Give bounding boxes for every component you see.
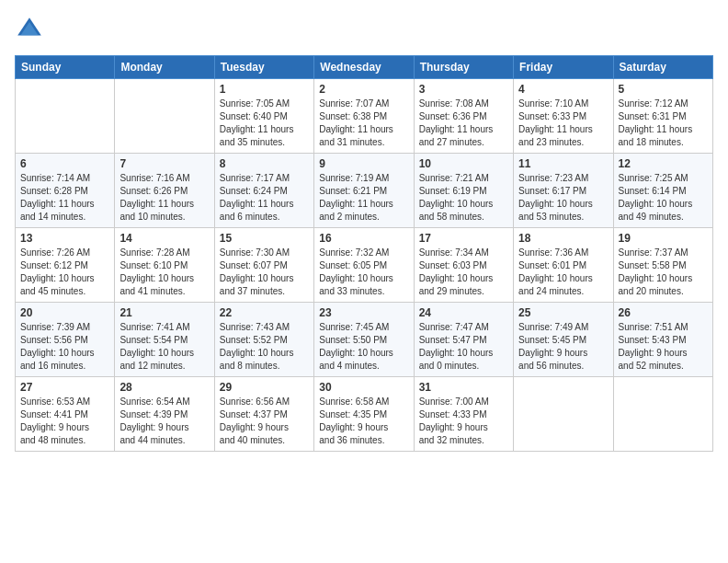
day-number: 12: [619, 157, 708, 170]
day-number: 10: [419, 157, 508, 170]
calendar-week-1: 1Sunrise: 7:05 AM Sunset: 6:40 PM Daylig…: [16, 79, 713, 154]
day-number: 25: [518, 306, 608, 319]
calendar-cell: 28Sunrise: 6:54 AM Sunset: 4:39 PM Dayli…: [115, 377, 214, 452]
day-number: 27: [20, 381, 109, 394]
cell-info: Sunrise: 7:28 AM Sunset: 6:10 PM Dayligh…: [119, 247, 209, 298]
calendar-cell: 1Sunrise: 7:05 AM Sunset: 6:40 PM Daylig…: [214, 79, 313, 154]
calendar-week-5: 27Sunrise: 6:53 AM Sunset: 4:41 PM Dayli…: [16, 377, 713, 452]
day-number: 19: [619, 232, 708, 245]
calendar-cell: [613, 377, 712, 452]
calendar-header-row: SundayMondayTuesdayWednesdayThursdayFrid…: [16, 56, 713, 79]
calendar-cell: 29Sunrise: 6:56 AM Sunset: 4:37 PM Dayli…: [214, 377, 313, 452]
cell-info: Sunrise: 7:41 AM Sunset: 5:54 PM Dayligh…: [119, 321, 209, 373]
cell-info: Sunrise: 7:00 AM Sunset: 4:33 PM Dayligh…: [419, 396, 508, 447]
cell-info: Sunrise: 7:49 AM Sunset: 5:45 PM Dayligh…: [518, 321, 608, 373]
cell-info: Sunrise: 7:12 AM Sunset: 6:31 PM Dayligh…: [619, 98, 708, 149]
day-number: 2: [319, 83, 408, 96]
day-number: 9: [319, 157, 408, 170]
day-number: 20: [20, 306, 109, 319]
cell-info: Sunrise: 6:58 AM Sunset: 4:35 PM Dayligh…: [319, 396, 408, 447]
weekday-header-monday: Monday: [115, 56, 214, 79]
calendar-cell: 9Sunrise: 7:19 AM Sunset: 6:21 PM Daylig…: [314, 154, 414, 228]
calendar-cell: 27Sunrise: 6:53 AM Sunset: 4:41 PM Dayli…: [16, 377, 115, 452]
cell-info: Sunrise: 7:32 AM Sunset: 6:05 PM Dayligh…: [319, 247, 408, 298]
calendar-cell: 5Sunrise: 7:12 AM Sunset: 6:31 PM Daylig…: [613, 79, 712, 154]
day-number: 11: [518, 157, 608, 170]
calendar-table: SundayMondayTuesdayWednesdayThursdayFrid…: [15, 55, 713, 452]
logo-icon: [15, 15, 44, 44]
calendar-cell: 19Sunrise: 7:37 AM Sunset: 5:58 PM Dayli…: [613, 228, 712, 303]
calendar-cell: 26Sunrise: 7:51 AM Sunset: 5:43 PM Dayli…: [613, 303, 712, 377]
day-number: 30: [319, 381, 408, 394]
calendar-cell: 3Sunrise: 7:08 AM Sunset: 6:36 PM Daylig…: [414, 79, 513, 154]
calendar-cell: 24Sunrise: 7:47 AM Sunset: 5:47 PM Dayli…: [414, 303, 513, 377]
calendar-cell: 14Sunrise: 7:28 AM Sunset: 6:10 PM Dayli…: [115, 228, 214, 303]
calendar-cell: 12Sunrise: 7:25 AM Sunset: 6:14 PM Dayli…: [613, 154, 712, 228]
calendar-cell: [16, 79, 115, 154]
cell-info: Sunrise: 7:07 AM Sunset: 6:38 PM Dayligh…: [319, 98, 408, 149]
cell-info: Sunrise: 7:34 AM Sunset: 6:03 PM Dayligh…: [419, 247, 508, 298]
cell-info: Sunrise: 7:08 AM Sunset: 6:36 PM Dayligh…: [419, 98, 508, 149]
cell-info: Sunrise: 7:17 AM Sunset: 6:24 PM Dayligh…: [220, 172, 309, 224]
calendar-cell: 25Sunrise: 7:49 AM Sunset: 5:45 PM Dayli…: [514, 303, 613, 377]
day-number: 4: [518, 83, 608, 96]
calendar-cell: [115, 79, 214, 154]
cell-info: Sunrise: 7:45 AM Sunset: 5:50 PM Dayligh…: [319, 321, 408, 373]
day-number: 8: [220, 157, 309, 170]
weekday-header-wednesday: Wednesday: [314, 56, 414, 79]
cell-info: Sunrise: 6:54 AM Sunset: 4:39 PM Dayligh…: [119, 396, 209, 447]
page-header: [15, 15, 713, 44]
weekday-header-saturday: Saturday: [613, 56, 712, 79]
day-number: 24: [419, 306, 508, 319]
day-number: 13: [20, 232, 109, 245]
cell-info: Sunrise: 7:23 AM Sunset: 6:17 PM Dayligh…: [518, 172, 608, 224]
day-number: 23: [319, 306, 408, 319]
day-number: 17: [419, 232, 508, 245]
calendar-cell: [514, 377, 613, 452]
weekday-header-thursday: Thursday: [414, 56, 513, 79]
cell-info: Sunrise: 7:10 AM Sunset: 6:33 PM Dayligh…: [518, 98, 608, 149]
day-number: 5: [619, 83, 708, 96]
cell-info: Sunrise: 7:51 AM Sunset: 5:43 PM Dayligh…: [619, 321, 708, 373]
cell-info: Sunrise: 7:26 AM Sunset: 6:12 PM Dayligh…: [20, 247, 109, 298]
calendar-cell: 17Sunrise: 7:34 AM Sunset: 6:03 PM Dayli…: [414, 228, 513, 303]
calendar-cell: 11Sunrise: 7:23 AM Sunset: 6:17 PM Dayli…: [514, 154, 613, 228]
cell-info: Sunrise: 7:39 AM Sunset: 5:56 PM Dayligh…: [20, 321, 109, 373]
calendar-cell: 7Sunrise: 7:16 AM Sunset: 6:26 PM Daylig…: [115, 154, 214, 228]
cell-info: Sunrise: 6:53 AM Sunset: 4:41 PM Dayligh…: [20, 396, 109, 447]
cell-info: Sunrise: 7:14 AM Sunset: 6:28 PM Dayligh…: [20, 172, 109, 224]
day-number: 31: [419, 381, 508, 394]
calendar-cell: 15Sunrise: 7:30 AM Sunset: 6:07 PM Dayli…: [214, 228, 313, 303]
calendar-cell: 21Sunrise: 7:41 AM Sunset: 5:54 PM Dayli…: [115, 303, 214, 377]
day-number: 22: [220, 306, 309, 319]
day-number: 16: [319, 232, 408, 245]
day-number: 1: [220, 83, 309, 96]
calendar-week-3: 13Sunrise: 7:26 AM Sunset: 6:12 PM Dayli…: [16, 228, 713, 303]
cell-info: Sunrise: 7:36 AM Sunset: 6:01 PM Dayligh…: [518, 247, 608, 298]
cell-info: Sunrise: 7:19 AM Sunset: 6:21 PM Dayligh…: [319, 172, 408, 224]
calendar-cell: 10Sunrise: 7:21 AM Sunset: 6:19 PM Dayli…: [414, 154, 513, 228]
calendar-cell: 22Sunrise: 7:43 AM Sunset: 5:52 PM Dayli…: [214, 303, 313, 377]
cell-info: Sunrise: 7:25 AM Sunset: 6:14 PM Dayligh…: [619, 172, 708, 224]
day-number: 3: [419, 83, 508, 96]
calendar-cell: 16Sunrise: 7:32 AM Sunset: 6:05 PM Dayli…: [314, 228, 414, 303]
cell-info: Sunrise: 7:47 AM Sunset: 5:47 PM Dayligh…: [419, 321, 508, 373]
calendar-cell: 4Sunrise: 7:10 AM Sunset: 6:33 PM Daylig…: [514, 79, 613, 154]
calendar-cell: 31Sunrise: 7:00 AM Sunset: 4:33 PM Dayli…: [414, 377, 513, 452]
cell-info: Sunrise: 7:21 AM Sunset: 6:19 PM Dayligh…: [419, 172, 508, 224]
day-number: 29: [220, 381, 309, 394]
cell-info: Sunrise: 7:30 AM Sunset: 6:07 PM Dayligh…: [220, 247, 309, 298]
calendar-cell: 2Sunrise: 7:07 AM Sunset: 6:38 PM Daylig…: [314, 79, 414, 154]
day-number: 26: [619, 306, 708, 319]
day-number: 7: [119, 157, 209, 170]
calendar-cell: 30Sunrise: 6:58 AM Sunset: 4:35 PM Dayli…: [314, 377, 414, 452]
calendar-cell: 8Sunrise: 7:17 AM Sunset: 6:24 PM Daylig…: [214, 154, 313, 228]
cell-info: Sunrise: 7:37 AM Sunset: 5:58 PM Dayligh…: [619, 247, 708, 298]
calendar-cell: 20Sunrise: 7:39 AM Sunset: 5:56 PM Dayli…: [16, 303, 115, 377]
calendar-cell: 18Sunrise: 7:36 AM Sunset: 6:01 PM Dayli…: [514, 228, 613, 303]
calendar-cell: 23Sunrise: 7:45 AM Sunset: 5:50 PM Dayli…: [314, 303, 414, 377]
logo: [15, 15, 48, 44]
day-number: 18: [518, 232, 608, 245]
calendar-week-2: 6Sunrise: 7:14 AM Sunset: 6:28 PM Daylig…: [16, 154, 713, 228]
calendar-week-4: 20Sunrise: 7:39 AM Sunset: 5:56 PM Dayli…: [16, 303, 713, 377]
